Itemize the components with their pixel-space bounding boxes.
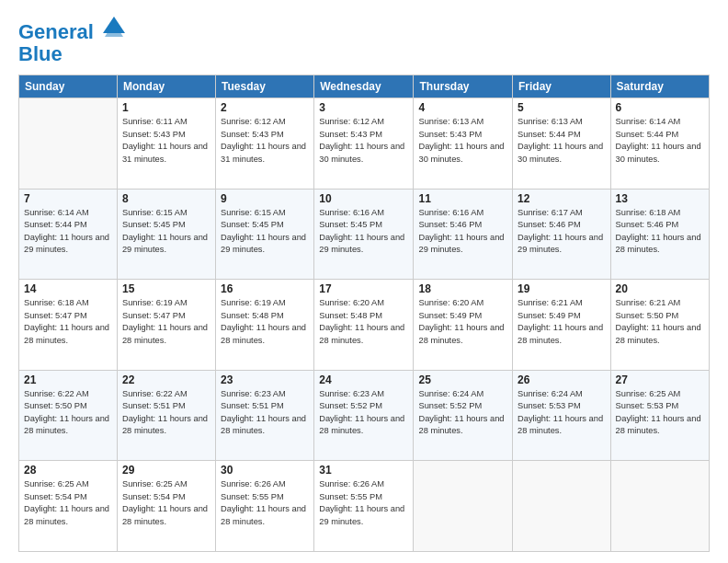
day-cell: 20Sunrise: 6:21 AMSunset: 5:50 PMDayligh…	[610, 280, 709, 371]
day-number: 27	[616, 373, 704, 386]
day-number: 23	[221, 373, 309, 386]
logo-blue: Blue	[18, 43, 127, 65]
day-cell: 30Sunrise: 6:26 AMSunset: 5:55 PMDayligh…	[216, 461, 314, 552]
day-detail: Sunrise: 6:23 AMSunset: 5:51 PMDaylight:…	[221, 388, 309, 438]
day-detail: Sunrise: 6:17 AMSunset: 5:46 PMDaylight:…	[518, 207, 606, 257]
day-cell: 3Sunrise: 6:12 AMSunset: 5:43 PMDaylight…	[314, 98, 414, 190]
day-cell: 17Sunrise: 6:20 AMSunset: 5:48 PMDayligh…	[314, 280, 414, 371]
day-number: 24	[319, 373, 408, 386]
day-number: 8	[122, 192, 210, 205]
day-number: 7	[24, 192, 112, 205]
day-detail: Sunrise: 6:22 AMSunset: 5:51 PMDaylight:…	[122, 388, 210, 438]
day-detail: Sunrise: 6:16 AMSunset: 5:45 PMDaylight:…	[319, 207, 408, 257]
day-detail: Sunrise: 6:20 AMSunset: 5:49 PMDaylight:…	[418, 297, 507, 347]
day-cell: 5Sunrise: 6:13 AMSunset: 5:44 PMDaylight…	[513, 98, 611, 190]
day-number: 10	[319, 192, 408, 205]
day-detail: Sunrise: 6:26 AMSunset: 5:55 PMDaylight:…	[319, 478, 408, 528]
day-number: 1	[122, 101, 210, 114]
day-detail: Sunrise: 6:24 AMSunset: 5:53 PMDaylight:…	[518, 388, 606, 438]
day-cell: 24Sunrise: 6:23 AMSunset: 5:52 PMDayligh…	[314, 370, 414, 461]
day-number: 11	[418, 192, 507, 205]
day-cell: 19Sunrise: 6:21 AMSunset: 5:49 PMDayligh…	[513, 280, 611, 371]
day-header-tuesday: Tuesday	[216, 75, 314, 98]
day-number: 29	[122, 464, 210, 477]
day-detail: Sunrise: 6:18 AMSunset: 5:47 PMDaylight:…	[24, 297, 112, 347]
day-number: 25	[418, 373, 507, 386]
day-cell: 29Sunrise: 6:25 AMSunset: 5:54 PMDayligh…	[117, 461, 215, 552]
calendar-table: SundayMondayTuesdayWednesdayThursdayFrid…	[18, 75, 710, 552]
day-number: 5	[518, 101, 606, 114]
day-detail: Sunrise: 6:19 AMSunset: 5:47 PMDaylight:…	[122, 297, 210, 347]
day-cell: 7Sunrise: 6:14 AMSunset: 5:44 PMDaylight…	[19, 189, 118, 280]
day-cell: 1Sunrise: 6:11 AMSunset: 5:43 PMDaylight…	[117, 98, 215, 190]
day-header-sunday: Sunday	[19, 75, 118, 98]
day-detail: Sunrise: 6:12 AMSunset: 5:43 PMDaylight:…	[221, 116, 309, 166]
logo-text: General	[18, 17, 127, 43]
day-detail: Sunrise: 6:22 AMSunset: 5:50 PMDaylight:…	[24, 388, 112, 438]
day-detail: Sunrise: 6:21 AMSunset: 5:49 PMDaylight:…	[518, 297, 606, 347]
day-header-monday: Monday	[117, 75, 215, 98]
day-detail: Sunrise: 6:15 AMSunset: 5:45 PMDaylight:…	[221, 207, 309, 257]
day-detail: Sunrise: 6:25 AMSunset: 5:53 PMDaylight:…	[616, 388, 704, 438]
day-cell: 23Sunrise: 6:23 AMSunset: 5:51 PMDayligh…	[216, 370, 314, 461]
day-header-saturday: Saturday	[610, 75, 709, 98]
day-cell: 6Sunrise: 6:14 AMSunset: 5:44 PMDaylight…	[610, 98, 709, 190]
logo-icon	[101, 13, 127, 39]
calendar-body: 1Sunrise: 6:11 AMSunset: 5:43 PMDaylight…	[19, 98, 710, 552]
day-cell: 14Sunrise: 6:18 AMSunset: 5:47 PMDayligh…	[19, 280, 118, 371]
header: General Blue	[18, 17, 710, 65]
day-detail: Sunrise: 6:11 AMSunset: 5:43 PMDaylight:…	[122, 116, 210, 166]
day-number: 18	[418, 282, 507, 295]
day-cell: 26Sunrise: 6:24 AMSunset: 5:53 PMDayligh…	[513, 370, 611, 461]
day-detail: Sunrise: 6:15 AMSunset: 5:45 PMDaylight:…	[122, 207, 210, 257]
day-detail: Sunrise: 6:16 AMSunset: 5:46 PMDaylight:…	[418, 207, 507, 257]
day-cell: 21Sunrise: 6:22 AMSunset: 5:50 PMDayligh…	[19, 370, 118, 461]
day-detail: Sunrise: 6:20 AMSunset: 5:48 PMDaylight:…	[319, 297, 408, 347]
day-number: 15	[122, 282, 210, 295]
day-cell: 18Sunrise: 6:20 AMSunset: 5:49 PMDayligh…	[414, 280, 513, 371]
day-number: 2	[221, 101, 309, 114]
day-cell: 8Sunrise: 6:15 AMSunset: 5:45 PMDaylight…	[117, 189, 215, 280]
day-header-friday: Friday	[513, 75, 611, 98]
week-row-4: 21Sunrise: 6:22 AMSunset: 5:50 PMDayligh…	[19, 370, 710, 461]
day-cell: 10Sunrise: 6:16 AMSunset: 5:45 PMDayligh…	[314, 189, 414, 280]
day-detail: Sunrise: 6:24 AMSunset: 5:52 PMDaylight:…	[418, 388, 507, 438]
day-detail: Sunrise: 6:25 AMSunset: 5:54 PMDaylight:…	[24, 478, 112, 528]
day-cell	[414, 461, 513, 552]
day-number: 4	[418, 101, 507, 114]
day-number: 19	[518, 282, 606, 295]
day-number: 22	[122, 373, 210, 386]
day-cell	[610, 461, 709, 552]
day-detail: Sunrise: 6:26 AMSunset: 5:55 PMDaylight:…	[221, 478, 309, 528]
day-number: 6	[616, 101, 704, 114]
day-detail: Sunrise: 6:18 AMSunset: 5:46 PMDaylight:…	[616, 207, 704, 257]
day-cell: 11Sunrise: 6:16 AMSunset: 5:46 PMDayligh…	[414, 189, 513, 280]
day-number: 14	[24, 282, 112, 295]
day-detail: Sunrise: 6:12 AMSunset: 5:43 PMDaylight:…	[319, 116, 408, 166]
day-detail: Sunrise: 6:13 AMSunset: 5:44 PMDaylight:…	[518, 116, 606, 166]
day-detail: Sunrise: 6:14 AMSunset: 5:44 PMDaylight:…	[616, 116, 704, 166]
week-row-1: 1Sunrise: 6:11 AMSunset: 5:43 PMDaylight…	[19, 98, 710, 190]
week-row-2: 7Sunrise: 6:14 AMSunset: 5:44 PMDaylight…	[19, 189, 710, 280]
day-cell: 9Sunrise: 6:15 AMSunset: 5:45 PMDaylight…	[216, 189, 314, 280]
logo: General Blue	[18, 17, 127, 65]
day-number: 31	[319, 464, 408, 477]
calendar-header-row: SundayMondayTuesdayWednesdayThursdayFrid…	[19, 75, 710, 98]
day-cell: 27Sunrise: 6:25 AMSunset: 5:53 PMDayligh…	[610, 370, 709, 461]
day-cell: 25Sunrise: 6:24 AMSunset: 5:52 PMDayligh…	[414, 370, 513, 461]
day-cell: 15Sunrise: 6:19 AMSunset: 5:47 PMDayligh…	[117, 280, 215, 371]
day-detail: Sunrise: 6:14 AMSunset: 5:44 PMDaylight:…	[24, 207, 112, 257]
day-number: 9	[221, 192, 309, 205]
day-number: 21	[24, 373, 112, 386]
day-cell: 16Sunrise: 6:19 AMSunset: 5:48 PMDayligh…	[216, 280, 314, 371]
day-number: 28	[24, 464, 112, 477]
day-number: 17	[319, 282, 408, 295]
day-number: 26	[518, 373, 606, 386]
day-cell: 13Sunrise: 6:18 AMSunset: 5:46 PMDayligh…	[610, 189, 709, 280]
day-number: 20	[616, 282, 704, 295]
day-cell: 4Sunrise: 6:13 AMSunset: 5:43 PMDaylight…	[414, 98, 513, 190]
day-number: 12	[518, 192, 606, 205]
week-row-5: 28Sunrise: 6:25 AMSunset: 5:54 PMDayligh…	[19, 461, 710, 552]
day-detail: Sunrise: 6:13 AMSunset: 5:43 PMDaylight:…	[418, 116, 507, 166]
day-detail: Sunrise: 6:19 AMSunset: 5:48 PMDaylight:…	[221, 297, 309, 347]
